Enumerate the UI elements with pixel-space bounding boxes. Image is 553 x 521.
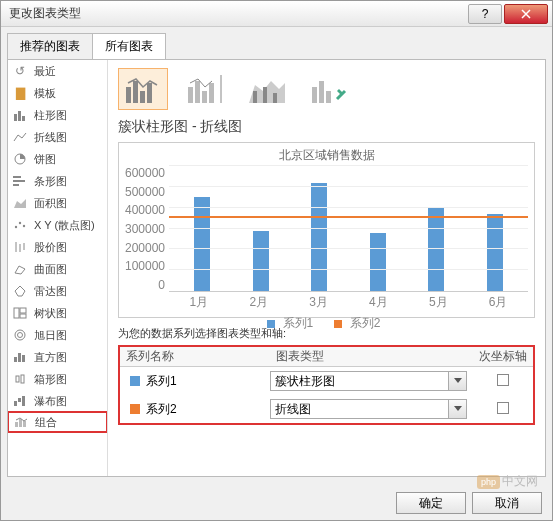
sidebar-item-scatter[interactable]: X Y (散点图) xyxy=(8,214,107,236)
svg-rect-24 xyxy=(16,376,19,382)
series-row-2: 系列2 折线图 xyxy=(120,395,533,423)
preview-bars xyxy=(169,166,528,291)
tab-all-charts[interactable]: 所有图表 xyxy=(92,33,166,59)
series-type-dropdown-1[interactable] xyxy=(449,371,467,391)
sidebar-item-stock[interactable]: 股价图 xyxy=(8,236,107,258)
dialog-footer: 确定 取消 xyxy=(396,492,542,514)
chart-preview[interactable]: 北京区域销售数据 6000005000004000003000002000001… xyxy=(118,142,535,318)
subtype-clustered-column-line[interactable] xyxy=(118,68,168,110)
svg-rect-36 xyxy=(188,87,193,103)
main-panel: 簇状柱形图 - 折线图 北京区域销售数据 6000005000004000003… xyxy=(108,60,545,476)
series-swatch-1 xyxy=(130,376,140,386)
sidebar-item-histogram[interactable]: 直方图 xyxy=(8,346,107,368)
preview-chart: 6000005000004000003000002000001000000 xyxy=(125,166,528,292)
svg-rect-26 xyxy=(14,401,17,406)
sidebar-item-templates[interactable]: ▇模板 xyxy=(8,82,107,104)
svg-marker-7 xyxy=(14,199,26,208)
subtype-title: 簇状柱形图 - 折线图 xyxy=(118,118,535,136)
ok-button[interactable]: 确定 xyxy=(396,492,466,514)
sidebar-item-combo[interactable]: 组合 xyxy=(8,411,108,433)
preview-plot-area xyxy=(169,166,528,292)
tab-body: ↺最近 ▇模板 柱形图 折线图 饼图 条形图 面积图 X Y (散点图) 股价图… xyxy=(7,59,546,477)
svg-rect-43 xyxy=(263,87,267,103)
svg-marker-48 xyxy=(454,378,462,383)
histogram-icon xyxy=(12,350,28,364)
series-swatch-2 xyxy=(130,404,140,414)
svg-rect-47 xyxy=(326,91,331,103)
radar-chart-icon xyxy=(12,284,28,298)
svg-point-9 xyxy=(19,222,21,224)
folder-icon: ▇ xyxy=(12,86,28,100)
series-name-1: 系列1 xyxy=(146,373,177,390)
secondary-axis-checkbox-1[interactable] xyxy=(497,374,509,386)
chart-category-sidebar: ↺最近 ▇模板 柱形图 折线图 饼图 条形图 面积图 X Y (散点图) 股价图… xyxy=(8,60,108,476)
help-icon: ? xyxy=(482,7,489,21)
subtype-clustered-column-line-secondary[interactable] xyxy=(180,68,230,110)
svg-rect-21 xyxy=(14,357,17,362)
svg-marker-49 xyxy=(454,406,462,411)
svg-rect-39 xyxy=(209,83,214,103)
legend-swatch-2 xyxy=(334,320,342,328)
help-button[interactable]: ? xyxy=(468,4,502,24)
sidebar-item-area[interactable]: 面积图 xyxy=(8,192,107,214)
dialog-change-chart-type: 更改图表类型 ? 推荐的图表 所有图表 ↺最近 ▇模板 柱形图 折线图 饼图 条… xyxy=(0,0,553,521)
bar-chart-icon xyxy=(12,174,28,188)
svg-rect-44 xyxy=(273,93,277,103)
close-button[interactable] xyxy=(504,4,548,24)
sidebar-item-column[interactable]: 柱形图 xyxy=(8,104,107,126)
chevron-down-icon xyxy=(454,406,462,412)
svg-point-19 xyxy=(15,330,25,340)
svg-rect-32 xyxy=(126,87,131,103)
svg-rect-25 xyxy=(21,375,24,383)
sidebar-item-treemap[interactable]: 树状图 xyxy=(8,302,107,324)
scatter-chart-icon xyxy=(12,218,28,232)
secondary-axis-checkbox-2[interactable] xyxy=(497,402,509,414)
cancel-button[interactable]: 取消 xyxy=(472,492,542,514)
header-secondary-axis: 次坐标轴 xyxy=(473,348,533,365)
sidebar-item-recent[interactable]: ↺最近 xyxy=(8,60,107,82)
stock-chart-icon xyxy=(12,240,28,254)
svg-marker-14 xyxy=(15,266,25,274)
sidebar-item-surface[interactable]: 曲面图 xyxy=(8,258,107,280)
series-row-1: 系列1 簇状柱形图 xyxy=(120,367,533,395)
svg-rect-29 xyxy=(15,422,18,427)
series-type-dropdown-2[interactable] xyxy=(449,399,467,419)
sidebar-item-waterfall[interactable]: 瀑布图 xyxy=(8,390,107,412)
series-name-2: 系列2 xyxy=(146,401,177,418)
tab-recommended[interactable]: 推荐的图表 xyxy=(7,33,93,59)
svg-rect-0 xyxy=(14,114,17,121)
svg-point-8 xyxy=(15,226,17,228)
sidebar-item-line[interactable]: 折线图 xyxy=(8,126,107,148)
chevron-down-icon xyxy=(454,378,462,384)
svg-rect-33 xyxy=(133,81,138,103)
svg-rect-46 xyxy=(319,81,324,103)
pie-chart-icon xyxy=(12,152,28,166)
line-chart-icon xyxy=(12,130,28,144)
svg-rect-27 xyxy=(18,398,21,402)
sidebar-item-radar[interactable]: 雷达图 xyxy=(8,280,107,302)
svg-rect-31 xyxy=(23,421,26,427)
series-type-select-1[interactable]: 簇状柱形图 xyxy=(270,371,449,391)
sidebar-item-bar[interactable]: 条形图 xyxy=(8,170,107,192)
treemap-icon xyxy=(12,306,28,320)
preview-title: 北京区域销售数据 xyxy=(125,147,528,164)
svg-rect-22 xyxy=(18,353,21,362)
svg-rect-1 xyxy=(18,111,21,121)
waterfall-icon xyxy=(12,394,28,408)
svg-rect-2 xyxy=(22,116,25,121)
subtype-custom-combo[interactable] xyxy=(304,68,354,110)
svg-rect-17 xyxy=(20,308,26,313)
series-table-header: 系列名称 图表类型 次坐标轴 xyxy=(120,347,533,367)
svg-rect-28 xyxy=(22,396,25,406)
recent-icon: ↺ xyxy=(12,64,28,78)
sidebar-item-sunburst[interactable]: 旭日图 xyxy=(8,324,107,346)
svg-rect-37 xyxy=(195,81,200,103)
series-type-select-2[interactable]: 折线图 xyxy=(270,399,449,419)
subtype-stacked-area-column[interactable] xyxy=(242,68,292,110)
watermark: php中文网 xyxy=(477,473,538,490)
svg-rect-35 xyxy=(147,83,152,103)
svg-point-10 xyxy=(23,225,25,227)
sidebar-item-boxplot[interactable]: 箱形图 xyxy=(8,368,107,390)
titlebar: 更改图表类型 ? xyxy=(1,1,552,27)
sidebar-item-pie[interactable]: 饼图 xyxy=(8,148,107,170)
